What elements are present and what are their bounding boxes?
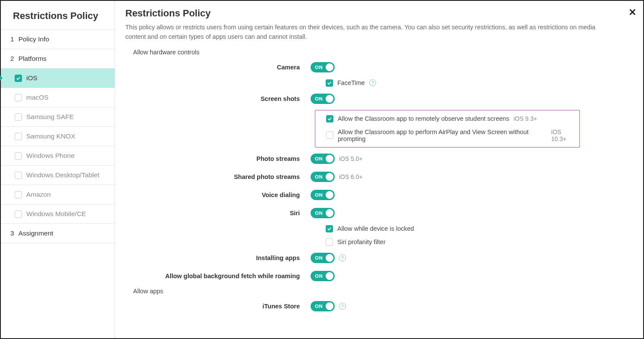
sub-option-classroom-observe[interactable]: Allow the Classroom app to remotely obse…	[326, 112, 577, 126]
toggle-installing-apps[interactable]: ON	[311, 253, 335, 263]
highlight-classroom-options: Allow the Classroom app to remotely obse…	[315, 110, 580, 148]
platform-label: Windows Mobile/CE	[26, 210, 86, 218]
row-siri: Siri ON	[125, 204, 633, 222]
sub-option-facetime[interactable]: FaceTime ?	[326, 76, 633, 90]
checkbox-classroom-observe[interactable]	[326, 115, 333, 122]
step-label: Policy Info	[19, 35, 50, 43]
sidebar-step-assignment[interactable]: 3 Assignment	[1, 224, 115, 243]
sidebar-step-platforms[interactable]: 2 Platforms	[1, 49, 115, 69]
toggle-global-bg-fetch[interactable]: ON	[311, 271, 335, 281]
checkbox-icon	[15, 152, 22, 160]
label-siri: Siri	[125, 210, 311, 217]
page-description: This policy allows or restricts users fr…	[125, 22, 608, 42]
siri-profanity-label: Siri profanity filter	[337, 239, 386, 245]
sidebar-platform-ios[interactable]: iOS	[1, 69, 115, 88]
label-shared-photo-streams: Shared photo streams	[125, 173, 311, 180]
version-hint: iOS 10.3+	[551, 129, 577, 142]
sidebar-step-policy-info[interactable]: 1 Policy Info	[1, 30, 115, 49]
help-icon[interactable]: ?	[339, 303, 346, 310]
page-title: Restrictions Policy	[125, 8, 633, 19]
siri-locked-label: Allow while device is locked	[337, 225, 414, 232]
row-shared-photo-streams: Shared photo streams ON iOS 6.0+	[125, 168, 633, 186]
toggle-itunes-store[interactable]: ON	[311, 301, 335, 311]
checkbox-icon	[15, 113, 22, 121]
label-photo-streams: Photo streams	[125, 155, 311, 162]
row-camera: Camera ON	[125, 58, 633, 76]
checkbox-icon	[15, 94, 22, 101]
sidebar-platform-samsung-safe[interactable]: Samsung SAFE	[1, 107, 115, 127]
label-installing-apps: Installing apps	[125, 254, 311, 261]
sub-option-siri-profanity[interactable]: Siri profanity filter	[326, 235, 633, 249]
step-number: 1	[10, 35, 14, 43]
platform-label: Windows Phone	[26, 152, 75, 160]
sub-option-siri-locked[interactable]: Allow while device is locked	[326, 222, 633, 235]
section-allow-apps: Allow apps	[125, 285, 633, 297]
row-itunes-store: iTunes Store ON ?	[125, 297, 633, 315]
sidebar-platform-macos[interactable]: macOS	[1, 88, 115, 107]
platform-label: iOS	[26, 74, 37, 82]
row-voice-dialing: Voice dialing ON	[125, 186, 633, 204]
step-number: 2	[10, 55, 14, 63]
label-global-bg-fetch: Allow global background fetch while roam…	[125, 273, 311, 279]
row-global-bg-fetch: Allow global background fetch while roam…	[125, 267, 633, 285]
sidebar-platform-samsung-knox[interactable]: Samsung KNOX	[1, 127, 115, 146]
checkbox-facetime[interactable]	[326, 79, 333, 87]
label-voice-dialing: Voice dialing	[125, 191, 311, 198]
sidebar: Restrictions Policy 1 Policy Info 2 Plat…	[1, 1, 115, 338]
main-content: ✕ Restrictions Policy This policy allows…	[115, 1, 643, 338]
step-label: Platforms	[19, 55, 47, 63]
version-hint: iOS 6.0+	[339, 173, 363, 180]
checkbox-classroom-airplay[interactable]	[326, 132, 333, 139]
help-icon[interactable]: ?	[339, 254, 346, 261]
facetime-label: FaceTime	[337, 79, 365, 86]
platform-label: Amazon	[26, 191, 51, 198]
sidebar-platform-amazon[interactable]: Amazon	[1, 185, 115, 204]
row-photo-streams: Photo streams ON iOS 5.0+	[125, 150, 633, 168]
checkbox-icon	[15, 133, 22, 140]
checkbox-icon	[15, 172, 22, 179]
sidebar-title: Restrictions Policy	[1, 1, 115, 30]
row-installing-apps: Installing apps ON ?	[125, 249, 633, 267]
sidebar-platform-windows-mobile[interactable]: Windows Mobile/CE	[1, 204, 115, 224]
classroom-observe-label: Allow the Classroom app to remotely obse…	[338, 115, 509, 122]
label-camera: Camera	[125, 64, 311, 71]
label-itunes-store: iTunes Store	[125, 303, 311, 310]
checkbox-checked-icon	[15, 75, 22, 82]
sidebar-platform-windows-phone[interactable]: Windows Phone	[1, 146, 115, 166]
checkbox-siri-locked[interactable]	[326, 225, 333, 232]
classroom-airplay-label: Allow the Classroom app to perform AirPl…	[338, 129, 547, 142]
help-icon[interactable]: ?	[369, 79, 376, 86]
platform-label: Samsung KNOX	[26, 132, 75, 140]
sub-option-classroom-airplay[interactable]: Allow the Classroom app to perform AirPl…	[326, 126, 577, 145]
close-icon[interactable]: ✕	[628, 7, 636, 18]
version-hint: iOS 5.0+	[339, 155, 363, 162]
platform-label: macOS	[26, 94, 49, 101]
toggle-voice-dialing[interactable]: ON	[311, 190, 335, 200]
toggle-photo-streams[interactable]: ON	[311, 154, 335, 164]
row-screenshots: Screen shots ON	[125, 90, 633, 108]
label-screenshots: Screen shots	[125, 95, 311, 102]
toggle-camera[interactable]: ON	[311, 62, 335, 72]
checkbox-icon	[15, 210, 22, 218]
toggle-screenshots[interactable]: ON	[311, 94, 335, 104]
platform-label: Windows Desktop/Tablet	[26, 171, 100, 179]
sidebar-platform-windows-desktop[interactable]: Windows Desktop/Tablet	[1, 166, 115, 185]
checkbox-siri-profanity[interactable]	[326, 239, 333, 246]
checkbox-icon	[15, 191, 22, 198]
platform-label: Samsung SAFE	[26, 113, 74, 121]
step-label: Assignment	[19, 229, 53, 237]
step-number: 3	[10, 229, 14, 237]
version-hint: iOS 9.3+	[513, 115, 537, 122]
section-hardware-controls: Allow hardware controls	[125, 46, 633, 58]
toggle-siri[interactable]: ON	[311, 208, 335, 218]
toggle-shared-photo-streams[interactable]: ON	[311, 172, 335, 182]
